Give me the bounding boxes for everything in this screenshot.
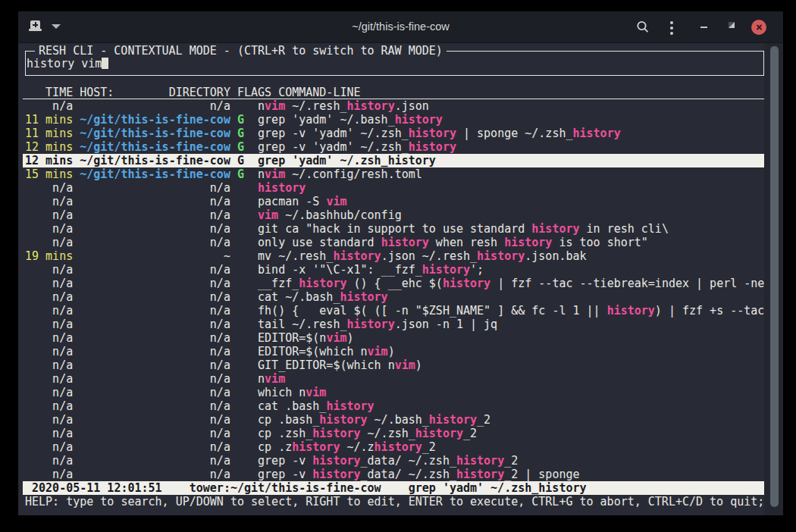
text-cursor bbox=[102, 58, 108, 69]
history-row[interactable]: 11 mins ~/git/this-is-fine-cow G grep -v… bbox=[23, 127, 764, 140]
scrollbar[interactable] bbox=[764, 43, 783, 515]
history-row[interactable]: n/a n/a pacman -S vim bbox=[23, 195, 764, 208]
history-row[interactable]: n/a n/a only use standard history when r… bbox=[23, 236, 764, 249]
history-row[interactable]: n/a n/a which nvim bbox=[23, 386, 764, 399]
status-bar: 2020-05-11 12:01:51 tower:~/git/this-is-… bbox=[23, 481, 764, 495]
history-row[interactable]: n/a n/a git ca "hack in support to use s… bbox=[23, 222, 764, 236]
history-row[interactable]: n/a n/a tail ~/.resh_history.json -n 1 |… bbox=[23, 318, 764, 331]
history-rows: n/a n/a nvim ~/.resh_history.json11 mins… bbox=[23, 99, 764, 481]
history-row[interactable]: n/a n/a grep -v history_data/ ~/.zsh_his… bbox=[23, 454, 764, 468]
history-row[interactable]: n/a n/a EDITOR=$(nvim) bbox=[23, 331, 764, 345]
history-table: TIME HOST: DIRECTORY FLAGS COMMAND-LINE … bbox=[23, 86, 764, 509]
history-row[interactable]: n/a n/a __fzf_history () { __ehc $(histo… bbox=[23, 277, 764, 290]
minimize-button[interactable] bbox=[700, 27, 707, 28]
help-bar: HELP: type to search, UP/DOWN to select,… bbox=[23, 495, 764, 509]
history-row[interactable]: n/a n/a nvim ~/.resh_history.json bbox=[23, 99, 764, 113]
window-title: ~/git/this-is-fine-cow bbox=[18, 11, 783, 42]
history-row[interactable]: 15 mins ~/git/this-is-fine-cow G nvim ~/… bbox=[23, 167, 764, 181]
history-row[interactable]: n/a n/a EDITOR=$(which nvim) bbox=[23, 345, 764, 358]
history-row[interactable]: 11 mins ~/git/this-is-fine-cow G grep 'y… bbox=[23, 113, 764, 127]
history-row[interactable]: n/a n/a cat ~/.bash_history bbox=[23, 290, 764, 304]
history-row[interactable]: n/a n/a GIT_EDITOR=$(which nvim) bbox=[23, 358, 764, 372]
history-row[interactable]: n/a n/a vim ~/.bashhub/config bbox=[23, 208, 764, 222]
scrollbar-thumb[interactable] bbox=[770, 46, 779, 507]
resh-search-panel: RESH CLI - CONTEXTUAL MODE - (CTRL+R to … bbox=[25, 51, 764, 76]
desktop-background: ~/git/this-is-fine-cow RESH CLI - CONTEX… bbox=[0, 0, 796, 532]
history-row[interactable]: n/a n/a nvim bbox=[23, 372, 764, 386]
terminal-window: ~/git/this-is-fine-cow RESH CLI - CONTEX… bbox=[18, 11, 783, 515]
menu-kebab-icon[interactable] bbox=[670, 21, 673, 35]
history-row[interactable]: n/a n/a bind -x '"\C-x1": __fzf_history'… bbox=[23, 263, 764, 277]
close-button[interactable] bbox=[751, 20, 766, 35]
history-row[interactable]: n/a n/a fh() { eval $( ([ -n "$ZSH_NAME"… bbox=[23, 304, 764, 318]
restore-button[interactable] bbox=[729, 22, 735, 28]
terminal-viewport[interactable]: RESH CLI - CONTEXTUAL MODE - (CTRL+R to … bbox=[18, 43, 783, 515]
history-row[interactable]: n/a n/a cp .zhistory ~/.zhistory_2 bbox=[23, 440, 764, 454]
titlebar[interactable]: ~/git/this-is-fine-cow bbox=[18, 11, 783, 43]
search-icon[interactable] bbox=[635, 20, 650, 35]
table-header: TIME HOST: DIRECTORY FLAGS COMMAND-LINE bbox=[23, 86, 764, 99]
history-row[interactable]: n/a n/a cp .bash_history ~/.bash_history… bbox=[23, 413, 764, 427]
history-row[interactable]: n/a n/a cp .zsh_history ~/.zsh_history_2 bbox=[23, 427, 764, 440]
history-row[interactable]: 12 mins ~/git/this-is-fine-cow G grep 'y… bbox=[23, 154, 764, 167]
history-row[interactable]: n/a n/a grep -v history_data/ ~/.zsh_his… bbox=[23, 468, 764, 481]
history-row[interactable]: 12 mins ~/git/this-is-fine-cow G grep -v… bbox=[23, 140, 764, 154]
history-row[interactable]: n/a n/a history bbox=[23, 181, 764, 195]
history-row[interactable]: 19 mins ~ mv ~/.resh_history.json ~/.res… bbox=[23, 249, 764, 263]
search-input[interactable]: history vim bbox=[27, 57, 108, 70]
history-row[interactable]: n/a n/a cat .bash_history bbox=[23, 399, 764, 413]
